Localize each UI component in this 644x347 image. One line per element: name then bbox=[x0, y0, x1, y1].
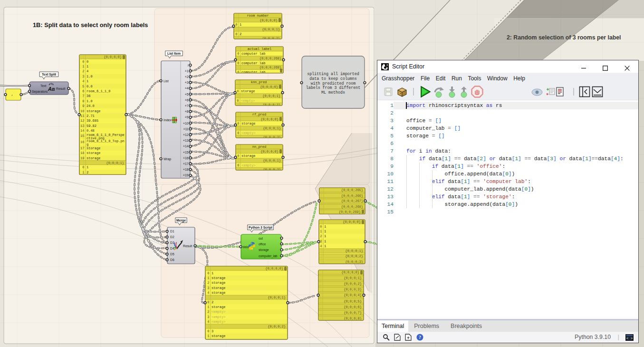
svg-text:nn_pred: nn_pred bbox=[252, 145, 266, 149]
svg-text:1: 1 bbox=[324, 230, 326, 233]
svg-text:<empty>: <empty> bbox=[211, 310, 225, 314]
svg-text:knn_pred: knn_pred bbox=[251, 80, 267, 84]
svg-text:List Item: List Item bbox=[167, 52, 181, 55]
svg-text:Separators: Separators bbox=[32, 90, 48, 94]
svg-text:out: out bbox=[259, 237, 263, 240]
svg-text:{0;0;0;4}: {0;0;0;4} bbox=[344, 293, 362, 297]
svg-text:Result: Result bbox=[183, 244, 192, 248]
svg-text:2: Random selection of 3 rooms: 2: Random selection of 3 rooms per label bbox=[507, 34, 621, 41]
svg-text:0: 0 bbox=[82, 60, 84, 64]
svg-text:{0;0;0;0}: {0;0;0;0} bbox=[260, 117, 279, 121]
svg-text:Merge: Merge bbox=[176, 219, 186, 222]
svg-text:1.0: 1.0 bbox=[87, 75, 93, 78]
svg-text:0: 0 bbox=[237, 154, 239, 158]
svg-text:room_6_1_1_0_Top.pn: room_6_1_1_0_Top.pn bbox=[87, 139, 125, 143]
svg-text:0.0: 0.0 bbox=[87, 85, 93, 88]
svg-text:storage: storage bbox=[87, 156, 100, 160]
svg-text:< >: < > bbox=[626, 337, 633, 340]
svg-text:D5: D5 bbox=[170, 252, 174, 256]
svg-text:24.0: 24.0 bbox=[87, 104, 95, 108]
svg-text:0: 0 bbox=[237, 122, 239, 125]
svg-text:{0;0;0;2}: {0;0;0;2} bbox=[345, 254, 363, 258]
svg-text:D6: D6 bbox=[170, 258, 174, 261]
svg-text:data to keep columns: data to keep columns bbox=[309, 77, 357, 81]
svg-text:{0;0;0;7}: {0;0;0;7} bbox=[344, 311, 362, 315]
svg-text:storage: storage bbox=[241, 154, 255, 158]
svg-text:0: 0 bbox=[237, 61, 239, 65]
svg-text:storage: storage bbox=[211, 291, 225, 295]
svg-text:0: 0 bbox=[320, 225, 322, 229]
svg-text:<empty>: <empty> bbox=[211, 315, 225, 319]
svg-text:1: 1 bbox=[82, 171, 84, 174]
svg-text:1: 1 bbox=[87, 65, 88, 68]
svg-text:0.48: 0.48 bbox=[87, 129, 95, 133]
svg-text:storage: storage bbox=[211, 334, 225, 338]
svg-text:1: 1 bbox=[87, 79, 88, 83]
svg-text:Text: Text bbox=[40, 84, 47, 87]
svg-text:1: 1 bbox=[324, 244, 326, 248]
svg-text:3: 3 bbox=[207, 286, 209, 290]
svg-text:1: 1 bbox=[207, 276, 209, 280]
svg-text:2: 2 bbox=[87, 171, 88, 174]
svg-text:{0;0;0;0}: {0;0;0;0} bbox=[104, 55, 122, 59]
svg-text:splitting all imported: splitting all imported bbox=[307, 72, 359, 76]
svg-text:0: 0 bbox=[237, 52, 239, 56]
svg-text:rf_pred: rf_pred bbox=[252, 113, 266, 116]
svg-text:+18: +18 bbox=[183, 168, 189, 171]
svg-text:<empty>: <empty> bbox=[241, 131, 255, 135]
svg-text:{0;0;0;266}: {0;0;0;266} bbox=[341, 194, 363, 198]
svg-text:{0;0;0;265}: {0;0;0;265} bbox=[341, 188, 363, 192]
svg-text:office: office bbox=[259, 242, 266, 246]
svg-text:4: 4 bbox=[320, 244, 322, 248]
svg-text:1.0: 1.0 bbox=[87, 99, 93, 103]
svg-text:{0;0;0;1}: {0;0;0;1} bbox=[262, 28, 280, 31]
svg-text:storage: storage bbox=[241, 122, 255, 125]
svg-text:0: 0 bbox=[237, 99, 239, 103]
svg-text:{0;0;0;0}: {0;0;0;0} bbox=[260, 19, 278, 22]
svg-text:+10: +10 bbox=[183, 122, 189, 125]
svg-text:3: 3 bbox=[82, 75, 84, 78]
svg-text:labels from 3 different: labels from 3 different bbox=[306, 86, 361, 90]
svg-text:AB: AB bbox=[48, 86, 55, 92]
svg-text:1: 1 bbox=[207, 305, 209, 309]
svg-text:{0;0;0;0}: {0;0;0;0} bbox=[260, 150, 279, 154]
svg-text:{0;0;0;1}: {0;0;0;1} bbox=[263, 126, 281, 130]
svg-text:0: 0 bbox=[207, 271, 209, 275]
svg-text:{0;0;0;0}: {0;0;0;0} bbox=[265, 267, 283, 270]
svg-text:+9: +9 bbox=[185, 116, 189, 119]
svg-text:room number: room number bbox=[247, 14, 269, 18]
svg-text:0: 0 bbox=[235, 32, 237, 36]
svg-text:<empty>: <empty> bbox=[211, 320, 225, 324]
svg-text:{0;0;0;269}: {0;0;0;269} bbox=[260, 66, 281, 69]
svg-text:0: 0 bbox=[237, 89, 239, 93]
svg-text:2: 2 bbox=[320, 234, 322, 238]
svg-text:0: 0 bbox=[207, 300, 209, 304]
svg-text:4: 4 bbox=[207, 291, 209, 295]
svg-text:2: 2 bbox=[82, 69, 84, 73]
svg-text:{0;0;0;267}: {0;0;0;267} bbox=[341, 199, 363, 203]
svg-text:1: 1 bbox=[82, 65, 84, 68]
svg-text:1: 1 bbox=[324, 225, 326, 229]
svg-text:storage: storage bbox=[87, 151, 100, 155]
svg-text:1: 1 bbox=[324, 240, 326, 243]
svg-text:{0;0;0;1}: {0;0;0;1} bbox=[263, 159, 281, 163]
svg-text:+15: +15 bbox=[183, 151, 189, 154]
svg-text:+14: +14 bbox=[183, 145, 189, 148]
svg-text:36: 36 bbox=[87, 94, 90, 98]
svg-text:{0;0;0;1}: {0;0;0;1} bbox=[344, 276, 362, 280]
svg-text:{0;0;0;8}: {0;0;0;8} bbox=[344, 317, 362, 320]
svg-text:Python 3 Script: Python 3 Script bbox=[249, 226, 273, 230]
svg-text:{0;0;0;0}: {0;0;0;0} bbox=[260, 85, 278, 89]
svg-text:59.82: 59.82 bbox=[87, 124, 96, 128]
svg-text:1: 1 bbox=[320, 230, 322, 233]
svg-text:D1: D1 bbox=[170, 230, 174, 233]
svg-text:+19: +19 bbox=[183, 174, 189, 177]
svg-text:{0;0;0;269}: {0;0;0;269} bbox=[339, 210, 361, 214]
svg-text:+11: +11 bbox=[183, 127, 188, 131]
svg-text:{0;0;0;5}: {0;0;0;5} bbox=[344, 299, 362, 303]
svg-text:Result: Result bbox=[56, 87, 65, 90]
svg-text:+7: +7 bbox=[185, 104, 189, 107]
svg-text:{0;0;0;3}: {0;0;0;3} bbox=[345, 260, 363, 264]
svg-text:1: 1 bbox=[87, 165, 88, 169]
svg-text:+8: +8 bbox=[185, 110, 189, 113]
